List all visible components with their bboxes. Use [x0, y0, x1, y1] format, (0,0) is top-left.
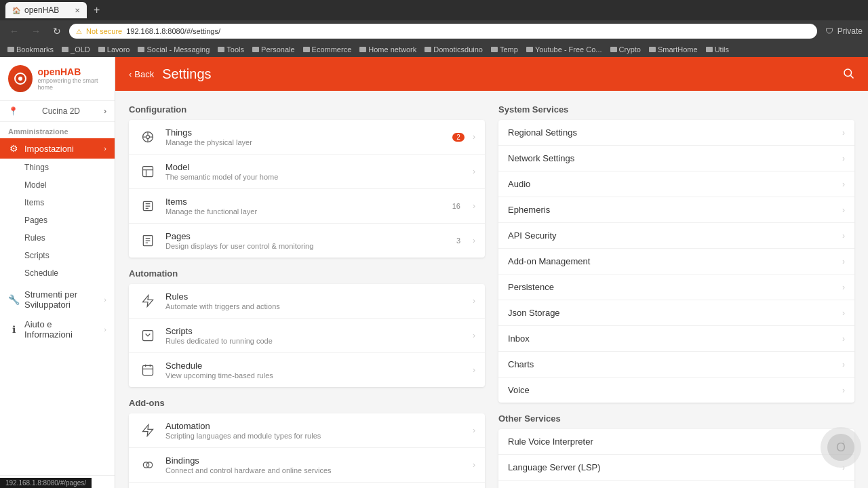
sidebar-item-aiuto[interactable]: ℹ Aiuto e Informazioni ›: [0, 314, 115, 344]
schedule-icon: [138, 361, 157, 380]
items-name: Items: [165, 197, 444, 207]
bookmarks-bar: Bookmarks _OLD Lavoro Social - Messaging…: [0, 42, 868, 57]
reload-button[interactable]: ↻: [49, 24, 65, 38]
sidebar-logo: openHAB empowering the smart home: [0, 57, 115, 101]
settings-item-misc[interactable]: Misc Integrations to external systems an…: [129, 483, 485, 488]
persistence-arrow: ›: [842, 283, 845, 292]
sidebar-item-impostazioni[interactable]: ⚙ Impostazioni ›: [0, 138, 115, 159]
settings-item-rules[interactable]: Rules Automate with triggers and actions…: [129, 284, 485, 319]
bm-old[interactable]: _OLD: [58, 44, 94, 55]
sidebar-sub-pages[interactable]: Pages: [0, 211, 115, 229]
automation-addon-desc: Scripting languages and module types for…: [165, 432, 465, 440]
svg-rect-10: [143, 167, 153, 177]
back-button[interactable]: ‹ Back: [129, 69, 154, 79]
private-text: Private: [837, 26, 863, 36]
bm-personale[interactable]: Personale: [249, 44, 298, 55]
developer-icon: 🔧: [8, 294, 19, 305]
sidebar-item-strumenti[interactable]: 🔧 Strumenti per Sviluppatori ›: [0, 285, 115, 314]
sys-persistence[interactable]: Persistence ›: [498, 274, 854, 300]
sidebar-sub-items[interactable]: Items: [0, 194, 115, 211]
search-icon[interactable]: [842, 67, 854, 81]
sys-network-settings[interactable]: Network Settings ›: [498, 146, 854, 171]
bm-smarthome[interactable]: SmartHome: [646, 44, 701, 55]
sidebar-sub-model[interactable]: Model: [0, 176, 115, 194]
bm-domoticsduino[interactable]: Domoticsduino: [421, 44, 486, 55]
settings-item-pages[interactable]: Pages Design displays for user control &…: [129, 224, 485, 258]
bindings-desc: Connect and control hardware and online …: [165, 466, 465, 474]
automation-addon-icon: [138, 421, 157, 440]
bm-temp[interactable]: Temp: [488, 44, 521, 55]
url-tooltip: 192.168.1.8:8080/#/pages/: [0, 478, 92, 488]
automation-addon-name: Automation: [165, 421, 465, 431]
other-services-card: Rule Voice Interpreter › Language Server…: [498, 429, 854, 488]
sidebar-sub-things[interactable]: Things: [0, 159, 115, 176]
sidebar-item-arrow-impostazioni: ›: [104, 144, 106, 152]
model-desc: The semantic model of your home: [165, 173, 465, 181]
svg-rect-23: [143, 365, 153, 375]
sys-regional-settings[interactable]: Regional Settings ›: [498, 120, 854, 146]
schedule-arrow-icon: ›: [473, 365, 475, 375]
svg-line-3: [850, 75, 853, 78]
sys-charts[interactable]: Charts ›: [498, 352, 854, 378]
bm-bookmarks[interactable]: Bookmarks: [4, 44, 57, 55]
pages-desc: Design displays for user control & monit…: [165, 242, 448, 250]
shield-icon: 🛡: [825, 26, 833, 36]
sys-audio[interactable]: Audio ›: [498, 171, 854, 197]
sys-inbox[interactable]: Inbox ›: [498, 326, 854, 352]
settings-item-bindings[interactable]: Bindings Connect and control hardware an…: [129, 448, 485, 483]
settings-item-schedule[interactable]: Schedule View upcoming time-based rules …: [129, 353, 485, 387]
other-lsp[interactable]: Language Server (LSP) ›: [498, 455, 854, 481]
bm-social[interactable]: Social - Messaging: [134, 44, 213, 55]
sidebar-sub-scripts[interactable]: Scripts: [0, 247, 115, 264]
pages-count: 3: [456, 237, 460, 245]
address-bar[interactable]: ⚠ Not secure 192.168.1.8:8080/#/settings…: [69, 24, 817, 39]
items-count: 16: [452, 202, 460, 210]
sys-ephemeris[interactable]: Ephemeris ›: [498, 197, 854, 223]
sys-api-security[interactable]: API Security ›: [498, 223, 854, 249]
things-name: Things: [165, 127, 444, 138]
logo-text: openHAB: [38, 66, 106, 77]
pages-name: Pages: [165, 231, 448, 241]
items-desc: Manage the functional layer: [165, 207, 444, 216]
bm-utils[interactable]: Utils: [703, 44, 732, 55]
bm-lavoro[interactable]: Lavoro: [95, 44, 134, 55]
nav-bar: ← → ↻ ⚠ Not secure 192.168.1.8:8080/#/se…: [0, 20, 868, 42]
forward-button[interactable]: →: [27, 24, 45, 38]
logo-icon: [8, 65, 33, 92]
settings-item-model[interactable]: Model The semantic model of your home ›: [129, 155, 485, 189]
bm-ecommerce[interactable]: Ecommerce: [300, 44, 355, 55]
settings-item-scripts[interactable]: Scripts Rules dedicated to running code …: [129, 319, 485, 353]
voice-arrow: ›: [842, 386, 845, 395]
model-arrow-icon: ›: [473, 167, 475, 176]
bindings-arrow-icon: ›: [473, 460, 475, 470]
other-services-title: Other Services: [498, 413, 854, 424]
other-basic-ui[interactable]: Basic UI ›: [498, 481, 854, 488]
settings-item-things[interactable]: Things Manage the physical layer 2 ›: [129, 120, 485, 155]
sidebar-map-item[interactable]: 📍 Cucina 2D ›: [0, 101, 115, 122]
bm-tools[interactable]: Tools: [214, 44, 248, 55]
regional-settings-arrow: ›: [842, 128, 845, 138]
svg-point-5: [146, 136, 150, 139]
security-warning-text: Not secure: [86, 27, 122, 35]
bm-crypto[interactable]: Crypto: [607, 44, 644, 55]
things-badge: 2: [452, 133, 465, 142]
sidebar-sub-rules[interactable]: Rules: [0, 229, 115, 247]
sidebar-sub-schedule[interactable]: Schedule: [0, 264, 115, 282]
model-icon: [138, 162, 157, 181]
tab-close-button[interactable]: ✕: [75, 7, 80, 14]
automation-addon-arrow-icon: ›: [473, 426, 475, 435]
active-tab[interactable]: 🏠 openHAB ✕: [5, 2, 87, 18]
watermark: O: [821, 427, 861, 468]
other-rule-voice[interactable]: Rule Voice Interpreter ›: [498, 429, 854, 455]
bm-home-network[interactable]: Home network: [356, 44, 420, 55]
settings-item-items[interactable]: Items Manage the functional layer 16 ›: [129, 189, 485, 224]
page-title: Settings: [162, 66, 211, 82]
sys-addon-management[interactable]: Add-on Management ›: [498, 249, 854, 274]
items-arrow-icon: ›: [473, 201, 475, 211]
back-button[interactable]: ←: [5, 24, 23, 38]
settings-item-automation-addon[interactable]: Automation Scripting languages and modul…: [129, 413, 485, 448]
bm-youtube[interactable]: Youtube - Free Co...: [523, 44, 606, 55]
new-tab-button[interactable]: +: [90, 4, 104, 16]
sys-voice[interactable]: Voice ›: [498, 378, 854, 403]
sys-json-storage[interactable]: Json Storage ›: [498, 300, 854, 326]
